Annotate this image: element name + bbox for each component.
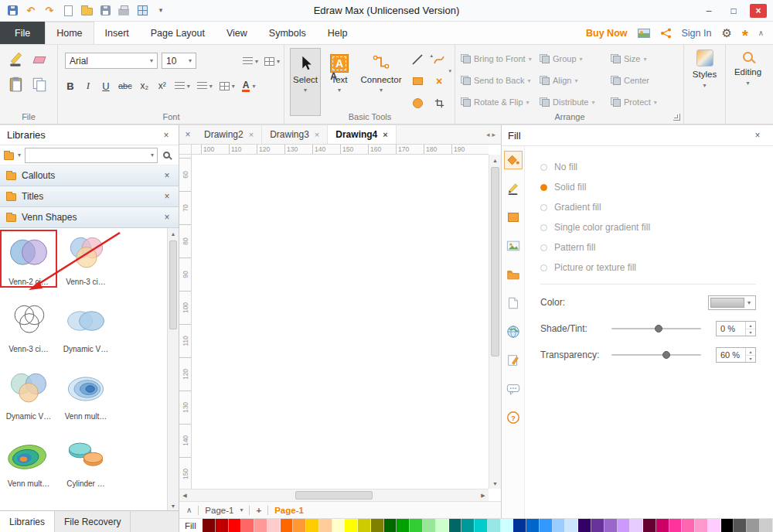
protect-button[interactable]: Protect ▾: [611, 94, 679, 110]
page-nav-label[interactable]: Page-1: [205, 506, 233, 515]
library-section-venn-shapes[interactable]: Venn Shapes ×: [0, 207, 179, 228]
ellipse-tool[interactable]: [409, 94, 426, 111]
chevron-down-icon[interactable]: ▾: [18, 152, 21, 159]
color-swatch[interactable]: [540, 519, 553, 532]
document-icon[interactable]: [504, 294, 523, 312]
color-dropdown[interactable]: ▾: [708, 295, 756, 310]
window-grid-icon[interactable]: [136, 5, 148, 17]
transparency-slider[interactable]: [611, 350, 701, 360]
curve-tool[interactable]: [431, 51, 448, 68]
tab-scroll-right-icon[interactable]: ▸: [492, 131, 495, 138]
note-icon[interactable]: [504, 351, 523, 370]
picture-fill-icon[interactable]: [504, 237, 523, 255]
color-swatch[interactable]: [319, 519, 332, 532]
close-icon[interactable]: ×: [752, 130, 763, 141]
tab-scroll-left-icon[interactable]: ◂: [486, 131, 490, 138]
option-no-fill[interactable]: No fill: [540, 157, 756, 177]
scroll-up-icon[interactable]: ▲: [489, 155, 501, 165]
fill-bucket-icon[interactable]: [504, 151, 523, 169]
editing-button[interactable]: Editing ▾: [726, 49, 770, 87]
drawing-canvas[interactable]: [192, 155, 489, 489]
close-drawing-icon[interactable]: ×: [179, 125, 196, 144]
font-family-combo[interactable]: Arial ▾: [65, 53, 158, 69]
option-single-color-gradient-fill[interactable]: Single color gradient fill: [540, 217, 756, 237]
chevron-down-icon[interactable]: ▾: [240, 506, 243, 513]
save-as-icon[interactable]: [99, 5, 111, 17]
spin-up-icon[interactable]: ▴: [746, 322, 755, 329]
tab-insert[interactable]: Insert: [94, 22, 140, 44]
line-tool[interactable]: [409, 51, 426, 68]
tab-help[interactable]: Help: [317, 22, 359, 44]
text-tool-button[interactable]: A Text ▾: [324, 48, 355, 116]
color-swatch[interactable]: [267, 519, 281, 532]
page-setup-icon[interactable]: [504, 265, 523, 284]
color-swatch[interactable]: [656, 519, 669, 532]
color-swatch[interactable]: [384, 519, 397, 532]
color-swatch[interactable]: [423, 519, 436, 532]
color-swatch[interactable]: [695, 519, 708, 532]
table-button[interactable]: ▾: [220, 79, 235, 93]
scroll-up-icon[interactable]: ▲: [168, 228, 179, 239]
connector-tool-button[interactable]: Connector ▾: [358, 48, 404, 116]
spin-down-icon[interactable]: ▾: [746, 329, 755, 336]
spin-down-icon[interactable]: ▾: [746, 356, 755, 363]
format-painter-icon[interactable]: [8, 51, 25, 68]
color-swatch[interactable]: [293, 519, 306, 532]
styles-button[interactable]: Styles ▾: [684, 49, 725, 89]
line-style-pen-icon[interactable]: [504, 179, 523, 198]
strikethrough-button[interactable]: abc: [118, 79, 132, 93]
bold-button[interactable]: B: [65, 79, 76, 93]
color-swatch[interactable]: [475, 519, 488, 532]
color-swatch[interactable]: [721, 519, 734, 532]
crop-tool[interactable]: [431, 94, 448, 111]
color-swatch[interactable]: [281, 519, 294, 532]
size-button[interactable]: Size ▾: [611, 51, 679, 66]
scrollbar-thumb[interactable]: [491, 167, 499, 356]
color-swatch[interactable]: [241, 519, 254, 532]
bring-to-front-button[interactable]: Bring to Front ▾: [461, 51, 535, 66]
font-size-combo[interactable]: 10 ▾: [162, 53, 196, 69]
underline-button[interactable]: U: [100, 79, 111, 93]
scroll-down-icon[interactable]: ▼: [168, 500, 179, 511]
color-swatch[interactable]: [449, 519, 462, 532]
color-swatch[interactable]: [397, 519, 410, 532]
undo-icon[interactable]: ↶: [25, 5, 37, 17]
library-section-callouts[interactable]: Callouts ×: [0, 165, 179, 186]
tab-home[interactable]: Home: [45, 22, 94, 44]
chevron-down-icon[interactable]: ▾: [380, 87, 383, 94]
maximize-button[interactable]: □: [725, 4, 742, 18]
chevron-down-icon[interactable]: ▾: [151, 152, 154, 159]
color-swatch[interactable]: [513, 519, 526, 532]
minimize-button[interactable]: –: [700, 4, 717, 18]
color-swatch[interactable]: [643, 519, 656, 532]
open-folder-icon[interactable]: [80, 5, 93, 17]
color-swatch[interactable]: [229, 519, 242, 532]
add-page-button[interactable]: +: [256, 506, 261, 515]
scroll-down-icon[interactable]: ▼: [489, 478, 501, 489]
align-button[interactable]: Align ▾: [540, 73, 601, 88]
tab-file-recovery[interactable]: File Recovery: [55, 511, 131, 532]
color-swatch[interactable]: [358, 519, 371, 532]
color-swatch[interactable]: [669, 519, 683, 532]
search-icon[interactable]: [163, 152, 170, 159]
color-swatch[interactable]: [618, 519, 631, 532]
shape-venn-2-circles[interactable]: Venn-2 ci…: [2, 231, 56, 286]
promo-star-icon[interactable]: *: [742, 32, 748, 39]
settings-gear-icon[interactable]: ⚙: [721, 27, 731, 39]
color-swatch[interactable]: [332, 519, 346, 532]
tab-page-layout[interactable]: Page Layout: [140, 22, 216, 44]
pencil-tool[interactable]: ×: [431, 73, 448, 90]
shade-tint-spinner[interactable]: 0 % ▴ ▾: [716, 321, 756, 336]
color-swatch[interactable]: [578, 519, 591, 532]
vertical-scrollbar[interactable]: ▲ ▼: [489, 155, 501, 489]
library-scrollbar[interactable]: ▲ ▼: [167, 228, 179, 511]
shape-cylinder[interactable]: Cylinder …: [59, 433, 113, 488]
tab-drawing3[interactable]: Drawing3 ×: [262, 125, 328, 144]
color-swatch[interactable]: [591, 519, 604, 532]
color-swatch[interactable]: [734, 519, 747, 532]
close-icon[interactable]: ×: [162, 170, 172, 181]
select-tool-button[interactable]: Select ▾: [290, 48, 321, 116]
close-icon[interactable]: ×: [383, 130, 387, 139]
close-icon[interactable]: ×: [162, 212, 172, 223]
line-spacing-button[interactable]: ▾: [175, 79, 190, 93]
